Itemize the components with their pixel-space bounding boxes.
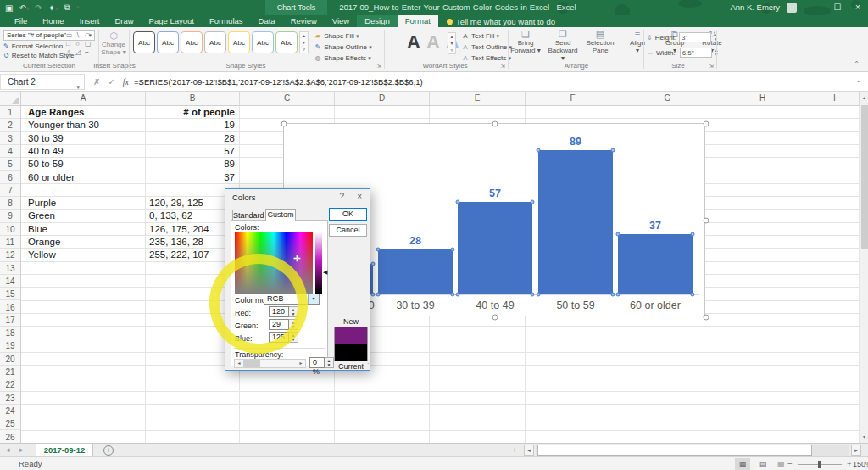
color-model-dropdown[interactable]: RGB ▾ <box>264 294 320 305</box>
collapse-ribbon-icon[interactable]: ⌃ <box>854 60 860 68</box>
shape-effects-button[interactable]: ◍ Shape Effects ▾ <box>314 53 371 64</box>
chart-resize-handle[interactable] <box>281 121 287 127</box>
text-outline-button[interactable]: A Text Outline ▾ <box>461 42 512 53</box>
row-header-11[interactable]: 11 <box>0 236 20 249</box>
cell-B9[interactable]: 0, 133, 62 <box>146 210 237 222</box>
column-header-I[interactable]: I <box>810 92 860 105</box>
splitter-dots-icon[interactable]: ⁞ <box>514 446 515 454</box>
transparency-value[interactable]: 0 % <box>309 357 325 368</box>
chart-resize-handle[interactable] <box>492 315 498 321</box>
row-header-16[interactable]: 16 <box>0 301 20 314</box>
row-header-4[interactable]: 4 <box>0 145 20 158</box>
row-header-17[interactable]: 17 <box>0 314 20 327</box>
arrange-selection-button[interactable]: ▤SelectionPane <box>585 31 615 62</box>
select-all-corner[interactable] <box>0 92 21 106</box>
column-header-F[interactable]: F <box>526 92 620 105</box>
height-field[interactable]: 3" <box>679 32 711 42</box>
avatar[interactable] <box>787 3 797 13</box>
transparency-thumb[interactable] <box>243 360 260 367</box>
row-header-25[interactable]: 25 <box>0 417 20 430</box>
shape-style-5[interactable]: Abc <box>228 31 250 53</box>
vertical-scrollbar[interactable]: ▴ ▾ <box>860 92 868 443</box>
spin-arrows-icon[interactable]: ▲▼ <box>289 306 298 317</box>
spin-arrows-icon[interactable]: ▲▼ <box>325 357 334 368</box>
blue-value[interactable]: 125 <box>269 332 289 343</box>
cell-A12[interactable]: Yellow <box>25 249 143 261</box>
row-header-1[interactable]: 1 <box>0 106 20 119</box>
cell-B4[interactable]: 57 <box>146 145 237 158</box>
ok-button[interactable]: OK <box>329 208 367 221</box>
shape-style-4[interactable]: Abc <box>204 31 226 53</box>
column-header-B[interactable]: B <box>146 92 240 105</box>
name-box-dropdown-icon[interactable]: ▾ <box>76 80 80 95</box>
cell-A4[interactable]: 40 to 49 <box>25 145 143 158</box>
row-header-12[interactable]: 12 <box>0 249 20 261</box>
zoom-level[interactable]: 150% <box>853 460 868 468</box>
cell-A3[interactable]: 30 to 39 <box>25 132 143 145</box>
shape-style-2[interactable]: Abc <box>157 31 179 53</box>
row-header-10[interactable]: 10 <box>0 223 20 236</box>
cell-B12[interactable]: 255, 222, 107 <box>146 249 237 261</box>
vertical-scroll-thumb[interactable] <box>861 105 868 249</box>
column-header-H[interactable]: H <box>715 92 810 105</box>
hscroll-right-icon[interactable]: ▸ <box>851 445 861 456</box>
spin-arrows-icon[interactable]: ▲▼ <box>289 319 298 330</box>
dialog-help-icon[interactable]: ? <box>339 192 344 201</box>
cell-B2[interactable]: 19 <box>146 119 237 131</box>
tab-page-layout[interactable]: Page Layout <box>142 15 202 27</box>
row-header-24[interactable]: 24 <box>0 405 20 417</box>
chart-resize-handle[interactable] <box>704 315 709 321</box>
cell-A1[interactable]: Age Ranges <box>25 106 143 119</box>
save-icon[interactable]: ▣ <box>5 3 13 13</box>
column-header-D[interactable]: D <box>335 92 430 105</box>
chart-bar-4[interactable] <box>538 150 613 294</box>
category-label[interactable]: 30 to 39 <box>396 299 434 311</box>
wordart-style-1[interactable]: A <box>407 32 420 53</box>
chart-bar-5[interactable] <box>618 234 693 294</box>
column-header-E[interactable]: E <box>430 92 526 105</box>
tell-me-box[interactable]: Tell me what you want to do <box>447 15 555 27</box>
maximize-button[interactable]: ☐ <box>827 0 848 15</box>
tab-data[interactable]: Data <box>251 15 283 27</box>
zoom-out-icon[interactable]: − <box>787 459 793 468</box>
zoom-slider-thumb[interactable] <box>818 461 821 468</box>
page-layout-view-icon[interactable]: ▤ <box>755 458 771 470</box>
cell-B8[interactable]: 120, 29, 125 <box>146 197 237 210</box>
row-header-5[interactable]: 5 <box>0 158 20 171</box>
cell-B1[interactable]: # of people <box>146 106 237 119</box>
row-header-23[interactable]: 23 <box>0 392 20 405</box>
dialog-close-icon[interactable]: × <box>357 192 362 201</box>
cell-B3[interactable]: 28 <box>146 132 237 145</box>
change-shape-button[interactable]: ⬡ Change Shape ▾ <box>100 32 127 56</box>
cell-A10[interactable]: Blue <box>25 223 143 236</box>
slider-right-icon[interactable]: ▸ <box>297 360 305 367</box>
red-value[interactable]: 120 <box>269 306 289 317</box>
prev-sheet-icon[interactable]: ◂ <box>6 445 10 454</box>
tab-file[interactable]: File <box>7 15 35 27</box>
row-header-3[interactable]: 3 <box>0 132 20 145</box>
print-preview-icon[interactable]: ⧉ <box>64 3 70 13</box>
chart-resize-handle[interactable] <box>704 218 709 224</box>
cell-B11[interactable]: 235, 136, 28 <box>146 236 237 249</box>
row-header-6[interactable]: 6 <box>0 171 20 184</box>
tab-draw[interactable]: Draw <box>107 15 141 27</box>
next-sheet-icon[interactable]: ▸ <box>19 445 24 454</box>
confirm-entry-icon[interactable]: ✓ <box>108 77 114 87</box>
column-header-G[interactable]: G <box>620 92 715 105</box>
tab-home[interactable]: Home <box>35 15 71 27</box>
row-header-2[interactable]: 2 <box>0 119 20 131</box>
text-fill-button[interactable]: A Text Fill ▾ <box>461 31 499 42</box>
minimize-button[interactable]: — <box>807 0 827 15</box>
tab-view[interactable]: View <box>325 15 357 27</box>
shape-styles-scroll[interactable]: ▴▾▿ <box>299 31 309 53</box>
tab-formulas[interactable]: Formulas <box>202 15 251 27</box>
shape-style-3[interactable]: Abc <box>181 31 203 53</box>
slider-left-icon[interactable]: ◂ <box>235 360 243 367</box>
category-label[interactable]: 50 to 59 <box>556 299 594 311</box>
row-header-26[interactable]: 26 <box>0 431 20 444</box>
scroll-down-icon[interactable]: ▾ <box>860 431 868 443</box>
undo-icon[interactable]: ↶▾ <box>19 3 29 13</box>
chart-bar-3[interactable] <box>458 202 532 294</box>
column-header-C[interactable]: C <box>240 92 335 105</box>
cell-A9[interactable]: Green <box>25 210 143 222</box>
